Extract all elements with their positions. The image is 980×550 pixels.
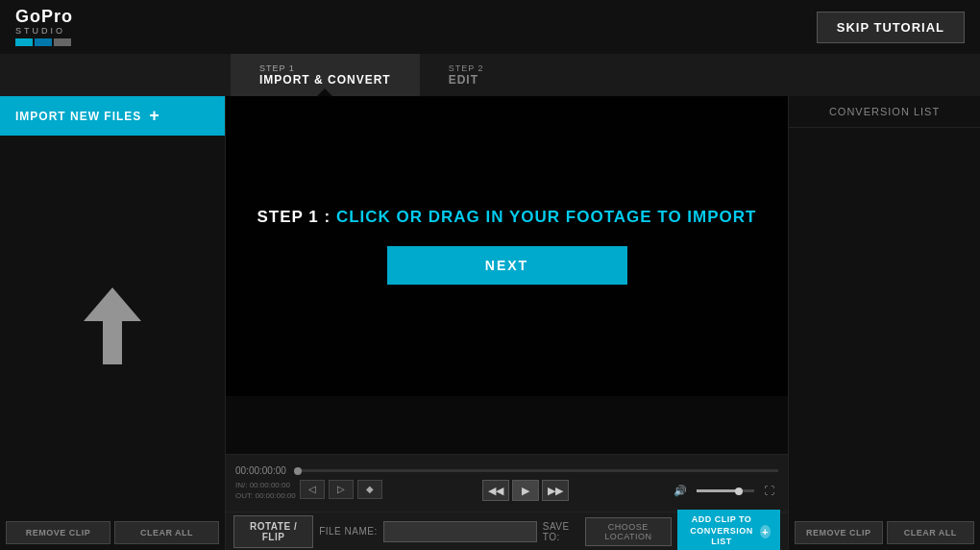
play-button[interactable]: ▶ xyxy=(512,480,539,501)
tutorial-step-num: STEP 1 : xyxy=(257,208,331,226)
mark-button[interactable]: ◆ xyxy=(357,480,382,499)
volume-knob xyxy=(735,488,743,495)
tutorial-step-text: STEP 1 : CLICK OR DRAG IN YOUR FOOTAGE T… xyxy=(257,208,757,227)
bottom-bar: ROTATE / FLIP FILE NAME: SAVE TO: CHOOSE… xyxy=(226,512,788,550)
import-plus-icon: + xyxy=(149,106,160,126)
add-clip-plus-icon: + xyxy=(760,525,771,538)
right-sidebar-bottom-buttons: REMOVE CLIP CLEAR ALL xyxy=(789,515,980,550)
save-to-area: SAVE TO: CHOOSE LOCATION xyxy=(543,517,672,546)
right-sidebar-content xyxy=(789,128,980,515)
tutorial-overlay: STEP 1 : CLICK OR DRAG IN YOUR FOOTAGE T… xyxy=(226,96,788,396)
file-name-input[interactable] xyxy=(383,521,537,542)
skip-tutorial-button[interactable]: SKIP TUTORIAL xyxy=(817,12,965,43)
add-clip-to-conversion-button[interactable]: ADD CLIP TOCONVERSION LIST + xyxy=(677,510,780,550)
next-button[interactable]: NEXT xyxy=(387,246,627,285)
video-area[interactable]: STEP 1 : CLICK OR DRAG IN YOUR FOOTAGE T… xyxy=(226,96,788,454)
fullscreen-button[interactable]: ⛶ xyxy=(760,483,778,498)
gopro-logo-text: GoPro xyxy=(15,8,73,25)
remove-clip-button[interactable]: REMOVE CLIP xyxy=(6,521,110,544)
right-clear-all-button[interactable]: CLEAR ALL xyxy=(887,521,975,544)
progress-bar-knob xyxy=(294,467,302,475)
fast-forward-button[interactable]: ▶▶ xyxy=(542,480,569,501)
logo-block-2 xyxy=(35,38,52,46)
rotate-flip-button[interactable]: ROTATE / FLIP xyxy=(233,515,313,548)
tutorial-step-desc: CLICK OR DRAG IN YOUR FOOTAGE TO IMPORT xyxy=(336,208,757,226)
add-clip-label: ADD CLIP TOCONVERSION LIST xyxy=(687,514,756,548)
logo-block-3 xyxy=(54,38,71,46)
player-controls: 00:00:00:00 IN/: 00:00:00:00 OUT: 00:00:… xyxy=(226,454,788,512)
clear-all-button[interactable]: CLEAR ALL xyxy=(114,521,219,544)
step-1-num: STEP 1 xyxy=(259,63,391,73)
file-name-area: FILE NAME: xyxy=(319,521,537,542)
volume-fill xyxy=(697,489,737,492)
file-name-label: FILE NAME: xyxy=(319,526,378,537)
right-sidebar: CONVERSION LIST REMOVE CLIP CLEAR ALL xyxy=(788,96,980,550)
import-new-files-button[interactable]: IMPORT NEW FILES + xyxy=(0,96,225,136)
right-remove-clip-button[interactable]: REMOVE CLIP xyxy=(795,521,883,544)
choose-location-button[interactable]: CHOOSE LOCATION xyxy=(585,517,673,546)
step-2-nav[interactable]: STEP 2 EDIT xyxy=(420,54,513,96)
step-2-label: EDIT xyxy=(449,73,484,87)
rewind-button[interactable]: ◀◀ xyxy=(482,480,509,501)
controls-left: IN/: 00:00:00:00 OUT: 00:00:00:00 ◁ ▷ ◆ xyxy=(235,480,382,501)
studio-logo-text: STUDIO xyxy=(15,26,73,36)
gopro-logo: GoPro STUDIO xyxy=(15,8,73,46)
logo-block-1 xyxy=(15,38,33,46)
out-point-time: OUT: 00:00:00:00 xyxy=(235,490,296,501)
timecode-in-display: IN/: 00:00:00:00 OUT: 00:00:00:00 xyxy=(235,480,296,501)
in-point-time: IN/: 00:00:00:00 xyxy=(235,480,296,490)
sidebar-content-area xyxy=(0,136,225,515)
save-to-label: SAVE TO: xyxy=(543,521,579,542)
header: GoPro STUDIO SKIP TUTORIAL xyxy=(0,0,980,54)
progress-bar-track[interactable] xyxy=(294,469,778,472)
conversion-list-header: CONVERSION LIST xyxy=(789,96,980,128)
step-navigation: STEP 1 IMPORT & CONVERT STEP 2 EDIT xyxy=(0,54,980,96)
in-point-button[interactable]: ◁ xyxy=(300,480,325,499)
out-point-button[interactable]: ▷ xyxy=(329,480,354,499)
center-area: STEP 1 : CLICK OR DRAG IN YOUR FOOTAGE T… xyxy=(226,96,788,550)
volume-icon[interactable]: 🔊 xyxy=(670,483,691,499)
arrow-head xyxy=(84,288,141,321)
time-display: 00:00:00:00 xyxy=(235,465,286,476)
step-1-nav[interactable]: STEP 1 IMPORT & CONVERT xyxy=(231,54,420,96)
progress-row: 00:00:00:00 xyxy=(235,465,778,476)
left-sidebar: IMPORT NEW FILES + REMOVE CLIP CLEAR ALL xyxy=(0,96,226,550)
upload-arrow-icon xyxy=(84,288,141,364)
import-button-label: IMPORT NEW FILES xyxy=(15,110,141,123)
controls-row: IN/: 00:00:00:00 OUT: 00:00:00:00 ◁ ▷ ◆ … xyxy=(235,480,778,501)
volume-track[interactable] xyxy=(697,489,754,492)
step-2-num: STEP 2 xyxy=(449,63,484,73)
step-1-label: IMPORT & CONVERT xyxy=(259,73,391,87)
sidebar-bottom-buttons: REMOVE CLIP CLEAR ALL xyxy=(0,515,225,550)
controls-right: 🔊 ⛶ xyxy=(670,483,778,499)
logo-blocks xyxy=(15,38,73,46)
arrow-shaft xyxy=(103,321,122,364)
controls-center: ◀◀ ▶ ▶▶ xyxy=(482,480,569,501)
main-layout: IMPORT NEW FILES + REMOVE CLIP CLEAR ALL… xyxy=(0,96,980,550)
